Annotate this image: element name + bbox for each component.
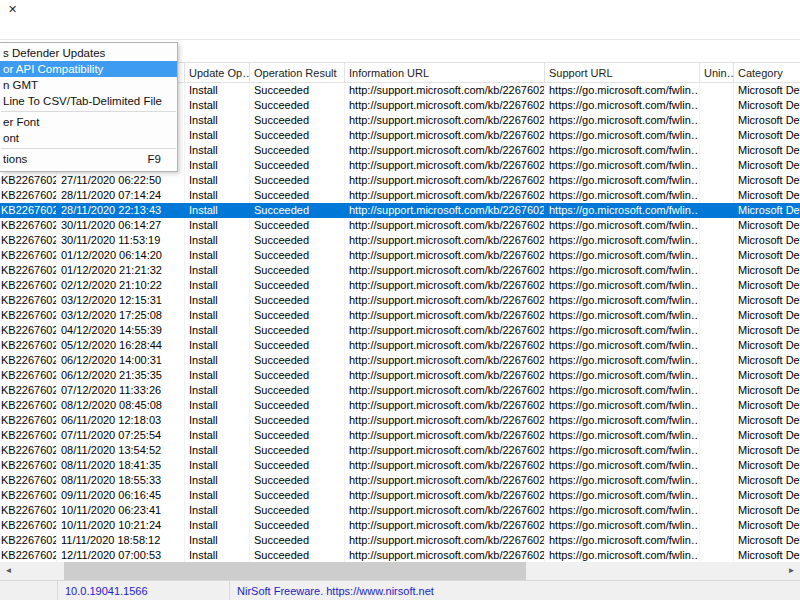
column-header-uninstall[interactable]: Unin…: [700, 63, 734, 82]
cell-category: Microsoft Defe: [734, 338, 800, 353]
cell-support-url: https://go.microsoft.com/fwlin…: [545, 533, 700, 548]
cell-date: 12/11/2020 07:00:53: [57, 548, 185, 563]
cell-information-url: http://support.microsoft.com/kb/2267602: [345, 428, 545, 443]
table-row[interactable]: KB226760204/12/2020 14:55:39InstallSucce…: [0, 323, 800, 338]
cell-update-operation: Install: [185, 308, 250, 323]
menu-item[interactable]: or API Compatibility: [0, 61, 177, 77]
cell-category: Microsoft Defe: [734, 368, 800, 383]
menu-item[interactable]: ont: [0, 130, 177, 146]
menu-item[interactable]: Line To CSV/Tab-Delimited File: [0, 93, 177, 109]
cell-category: Microsoft Defe: [734, 413, 800, 428]
cell-update-operation: Install: [185, 98, 250, 113]
cell-title: KB2267602: [0, 263, 57, 278]
cell-operation-result: Succeeded: [250, 308, 345, 323]
table-row[interactable]: KB226760208/11/2020 18:41:35InstallSucce…: [0, 458, 800, 473]
table-row[interactable]: KB226760201/12/2020 06:14:20InstallSucce…: [0, 248, 800, 263]
cell-information-url: http://support.microsoft.com/kb/2267602: [345, 548, 545, 563]
table-row[interactable]: KB226760230/11/2020 11:53:19InstallSucce…: [0, 233, 800, 248]
cell-title: KB2267602: [0, 173, 57, 188]
cell-support-url: https://go.microsoft.com/fwlin…: [545, 293, 700, 308]
column-header-category[interactable]: Category: [734, 63, 800, 82]
cell-update-operation: Install: [185, 113, 250, 128]
column-header-update-operation[interactable]: Update Op…: [185, 63, 250, 82]
table-row[interactable]: KB226760230/11/2020 06:14:27InstallSucce…: [0, 218, 800, 233]
cell-date: 30/11/2020 11:53:19: [57, 233, 185, 248]
menu-item[interactable]: er Font: [0, 114, 177, 130]
status-bar: 10.0.19041.1566 NirSoft Freeware. https:…: [0, 580, 800, 600]
table-row[interactable]: KB226760227/11/2020 06:22:50InstallSucce…: [0, 173, 800, 188]
table-row[interactable]: KB226760203/12/2020 17:25:08InstallSucce…: [0, 308, 800, 323]
cell-date: 05/12/2020 16:28:44: [57, 338, 185, 353]
horizontal-scrollbar[interactable]: ◄ ►: [0, 562, 800, 580]
cell-information-url: http://support.microsoft.com/kb/2267602: [345, 443, 545, 458]
cell-update-operation: Install: [185, 83, 250, 98]
table-row[interactable]: KB226760207/12/2020 11:33:26InstallSucce…: [0, 383, 800, 398]
cell-category: Microsoft Defe: [734, 443, 800, 458]
column-header-information-url[interactable]: Information URL: [345, 63, 545, 82]
cell-date: 06/11/2020 12:18:03: [57, 413, 185, 428]
cell-date: 04/12/2020 14:55:39: [57, 323, 185, 338]
table-row[interactable]: KB226760202/12/2020 21:10:22InstallSucce…: [0, 278, 800, 293]
table-row[interactable]: KB226760206/11/2020 12:18:03InstallSucce…: [0, 413, 800, 428]
cell-operation-result: Succeeded: [250, 143, 345, 158]
scrollbar-thumb[interactable]: [64, 562, 526, 580]
cell-update-operation: Install: [185, 278, 250, 293]
table-row[interactable]: KB226760208/11/2020 13:54:52InstallSucce…: [0, 443, 800, 458]
cell-uninstall: [700, 188, 734, 203]
table-row[interactable]: KB226760211/11/2020 18:58:12InstallSucce…: [0, 533, 800, 548]
table-row[interactable]: KB226760206/12/2020 14:00:31InstallSucce…: [0, 353, 800, 368]
menu-item-label: ont: [3, 130, 19, 146]
cell-uninstall: [700, 428, 734, 443]
menu-item[interactable]: tionsF9: [0, 151, 177, 167]
cell-category: Microsoft Defe: [734, 248, 800, 263]
table-row[interactable]: KB226760203/12/2020 12:15:31InstallSucce…: [0, 293, 800, 308]
nirsoft-credit-link[interactable]: NirSoft Freeware. https://www.nirsoft.ne…: [237, 585, 434, 597]
table-row[interactable]: KB226760206/12/2020 21:35:35InstallSucce…: [0, 368, 800, 383]
cell-operation-result: Succeeded: [250, 113, 345, 128]
cell-uninstall: [700, 383, 734, 398]
menu-item[interactable]: s Defender Updates: [0, 45, 177, 61]
table-row[interactable]: KB226760208/11/2020 18:55:33InstallSucce…: [0, 473, 800, 488]
menu-item-label: n GMT: [3, 77, 38, 93]
table-row-selected[interactable]: KB226760228/11/2020 22:13:43InstallSucce…: [0, 203, 800, 218]
cell-date: 06/12/2020 21:35:35: [57, 368, 185, 383]
column-header-operation-result[interactable]: Operation Result: [250, 63, 345, 82]
cell-information-url: http://support.microsoft.com/kb/2267602: [345, 83, 545, 98]
cell-uninstall: [700, 458, 734, 473]
cell-uninstall: [700, 488, 734, 503]
scroll-left-arrow-icon[interactable]: ◄: [0, 562, 17, 580]
menu-item-label: or API Compatibility: [3, 61, 103, 77]
cell-category: Microsoft Defe: [734, 473, 800, 488]
cell-category: Microsoft Defe: [734, 173, 800, 188]
table-row[interactable]: KB226760210/11/2020 10:21:24InstallSucce…: [0, 518, 800, 533]
table-row[interactable]: KB226760205/12/2020 16:28:44InstallSucce…: [0, 338, 800, 353]
table-row[interactable]: KB226760207/11/2020 07:25:54InstallSucce…: [0, 428, 800, 443]
table-row[interactable]: KB226760212/11/2020 07:00:53InstallSucce…: [0, 548, 800, 563]
cell-uninstall: [700, 218, 734, 233]
table-row[interactable]: KB226760210/11/2020 06:23:41InstallSucce…: [0, 503, 800, 518]
cell-information-url: http://support.microsoft.com/kb/2267602: [345, 398, 545, 413]
cell-title: KB2267602: [0, 428, 57, 443]
cell-uninstall: [700, 323, 734, 338]
cell-support-url: https://go.microsoft.com/fwlin…: [545, 128, 700, 143]
cell-category: Microsoft Defe: [734, 233, 800, 248]
table-row[interactable]: KB226760209/11/2020 06:16:45InstallSucce…: [0, 488, 800, 503]
table-row[interactable]: KB226760228/11/2020 07:14:24InstallSucce…: [0, 188, 800, 203]
table-row[interactable]: KB226760208/12/2020 08:45:08InstallSucce…: [0, 398, 800, 413]
cell-category: Microsoft Defe: [734, 548, 800, 563]
cell-uninstall: [700, 128, 734, 143]
close-icon[interactable]: ✕: [8, 3, 17, 16]
scroll-right-arrow-icon[interactable]: ►: [783, 562, 800, 580]
menu-item[interactable]: n GMT: [0, 77, 177, 93]
column-header-support-url[interactable]: Support URL: [545, 63, 700, 82]
cell-uninstall: [700, 158, 734, 173]
cell-information-url: http://support.microsoft.com/kb/2267602: [345, 203, 545, 218]
cell-date: 28/11/2020 22:13:43: [57, 203, 185, 218]
cell-information-url: http://support.microsoft.com/kb/2267602: [345, 518, 545, 533]
cell-support-url: https://go.microsoft.com/fwlin…: [545, 323, 700, 338]
cell-operation-result: Succeeded: [250, 323, 345, 338]
cell-operation-result: Succeeded: [250, 413, 345, 428]
cell-update-operation: Install: [185, 428, 250, 443]
cell-category: Microsoft Defe: [734, 188, 800, 203]
table-row[interactable]: KB226760201/12/2020 21:21:32InstallSucce…: [0, 263, 800, 278]
